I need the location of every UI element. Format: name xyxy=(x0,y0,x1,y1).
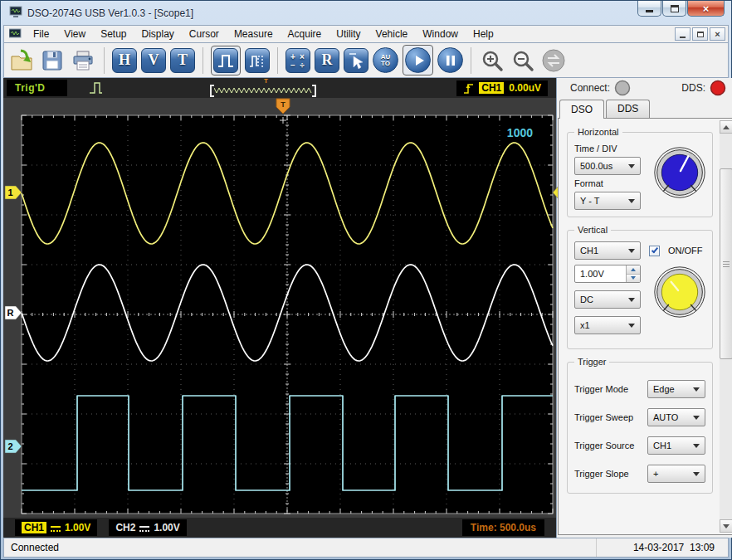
dual-pulse-button[interactable] xyxy=(245,48,270,73)
auto-setup-button[interactable]: AU TO xyxy=(373,47,398,73)
panel-scrollbar[interactable] xyxy=(720,120,732,533)
status-datetime: 14-03-2017 13:09 xyxy=(597,542,728,553)
maximize-button[interactable] xyxy=(662,1,686,17)
trigger-slope-select[interactable]: + xyxy=(647,465,705,483)
minimize-icon xyxy=(646,10,653,12)
checkmark-icon xyxy=(651,246,657,254)
onoff-label: ON/OFF xyxy=(668,246,703,256)
menu-acquire[interactable]: Acquire xyxy=(281,26,329,42)
tab-dso[interactable]: DSO xyxy=(559,100,604,119)
menu-vehicle[interactable]: Vehicle xyxy=(368,26,416,42)
mdi-restore-button[interactable] xyxy=(692,27,708,41)
cursor-button[interactable] xyxy=(344,48,368,73)
scroll-down-button[interactable] xyxy=(720,519,732,533)
time-div-select[interactable]: 500.0us xyxy=(574,157,641,175)
open-button[interactable] xyxy=(8,47,35,74)
ch1-chip: CH1 xyxy=(22,522,46,533)
menu-view[interactable]: View xyxy=(56,26,93,42)
volt-scale-spinner[interactable]: 1.00V xyxy=(574,265,641,283)
status-bar: Connected 14-03-2017 13:09 xyxy=(3,538,729,558)
menu-help[interactable]: Help xyxy=(466,26,501,42)
single-pulse-button-selected[interactable] xyxy=(211,46,241,75)
preview-right-bracket-icon[interactable] xyxy=(312,85,316,97)
menu-utility[interactable]: Utility xyxy=(329,26,368,42)
horizontal-group: Horizontal Time / DIV 500.0us Format Y -… xyxy=(567,127,713,217)
control-panel: Connect: DDS: DSO DDS Horizontal Time / … xyxy=(556,78,732,538)
menu-setup[interactable]: Setup xyxy=(93,26,134,42)
spinner-up-button[interactable] xyxy=(627,265,640,274)
trigger-legend: Trigger xyxy=(574,357,609,367)
dropdown-arrow-icon xyxy=(628,324,635,328)
dual-pulse-icon xyxy=(247,51,267,71)
title-bar[interactable]: DSO-2074G USB Ver1.0.3 - [Scope1] × xyxy=(3,1,729,25)
trigger-settings-button[interactable]: T xyxy=(170,48,195,73)
app-icon xyxy=(9,5,22,21)
trigger-group: Trigger Trigger Mode Edge Trigger Sweep … xyxy=(567,357,713,494)
dropdown-arrow-icon xyxy=(693,444,700,448)
spinner-down-button[interactable] xyxy=(627,274,640,283)
scope-document-icon xyxy=(9,28,22,40)
run-button-selected[interactable] xyxy=(403,45,433,75)
vertical-legend: Vertical xyxy=(574,225,611,235)
arrow-up-icon xyxy=(723,125,730,129)
maximize-icon xyxy=(671,5,679,12)
minimize-button[interactable] xyxy=(637,1,661,17)
ch1-coupling-icon xyxy=(51,526,61,532)
menu-window[interactable]: Window xyxy=(415,26,466,42)
horizontal-knob[interactable] xyxy=(652,145,707,200)
horizontal-settings-button[interactable]: H xyxy=(112,48,137,73)
print-button[interactable] xyxy=(70,47,96,74)
math-button[interactable]: +×−÷ xyxy=(285,48,310,73)
tab-dds[interactable]: DDS xyxy=(606,100,650,119)
zoom-out-icon xyxy=(511,49,534,72)
ref-position-marker[interactable]: R xyxy=(5,306,22,319)
trigger-slope-label: Trigger Slope xyxy=(574,469,629,479)
transfer-button-disabled xyxy=(540,47,567,74)
svg-text:T: T xyxy=(281,100,285,109)
scroll-thumb[interactable] xyxy=(720,168,732,359)
zoom-in-button[interactable] xyxy=(479,47,505,74)
readout-value: 0.00uV xyxy=(509,82,541,94)
ch1-scale-value: 1.00V xyxy=(65,522,90,533)
open-folder-icon xyxy=(10,49,33,72)
format-label: Format xyxy=(574,178,641,188)
save-button[interactable] xyxy=(39,47,66,74)
dropdown-arrow-icon xyxy=(693,387,700,392)
scroll-up-button[interactable] xyxy=(720,120,732,134)
transfer-arrows-icon xyxy=(541,48,566,73)
mdi-close-button[interactable]: × xyxy=(710,27,725,41)
channel-select[interactable]: CH1 xyxy=(574,241,641,260)
menu-cursor[interactable]: Cursor xyxy=(182,26,227,42)
dropdown-arrow-icon xyxy=(628,164,635,168)
menu-display[interactable]: Display xyxy=(134,26,182,42)
probe-select[interactable]: x1 xyxy=(574,316,641,334)
vertical-settings-button[interactable]: V xyxy=(141,48,166,73)
rising-edge-icon xyxy=(463,82,474,95)
ch2-scale-readout: CH2 1.00V xyxy=(109,519,186,536)
mdi-minimize-button[interactable] xyxy=(675,27,691,41)
menu-file[interactable]: File xyxy=(26,26,56,42)
coupling-select[interactable]: DC xyxy=(574,290,641,309)
ch2-scale-value: 1.00V xyxy=(154,522,179,533)
ch1-position-marker[interactable]: 1 xyxy=(5,186,22,199)
pause-button[interactable] xyxy=(437,47,463,73)
time-div-label: Time / DIV xyxy=(574,144,641,153)
readout-channel-chip: CH1 xyxy=(479,82,504,94)
save-icon xyxy=(41,49,64,72)
waveform-preview[interactable]: T xyxy=(210,78,323,98)
reference-button[interactable]: R xyxy=(315,48,339,73)
onoff-checkbox[interactable] xyxy=(649,246,660,256)
trigger-sweep-select[interactable]: AUTO xyxy=(647,408,705,426)
vertical-knob[interactable] xyxy=(652,265,707,319)
zoom-out-button[interactable] xyxy=(510,47,536,74)
scope-bottom-strip: CH1 1.00V CH2 1.00V Time: 500.0us xyxy=(3,518,556,538)
trigger-mode-select[interactable]: Edge xyxy=(647,380,705,398)
svg-text:÷: ÷ xyxy=(300,61,305,70)
ch2-position-marker[interactable]: 2 xyxy=(5,440,22,453)
preview-wave xyxy=(214,86,312,95)
close-button[interactable]: × xyxy=(687,1,725,17)
menu-measure[interactable]: Measure xyxy=(227,26,281,42)
scope-plot[interactable]: 10001R2TT xyxy=(3,98,556,518)
format-select[interactable]: Y - T xyxy=(574,192,641,210)
trigger-source-select[interactable]: CH1 xyxy=(647,436,705,455)
